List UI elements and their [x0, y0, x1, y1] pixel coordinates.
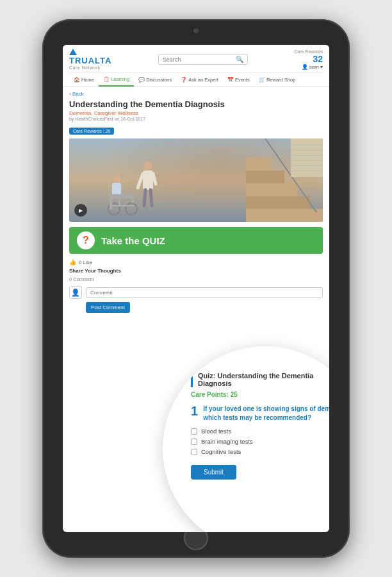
ask-expert-icon: ❓: [181, 77, 187, 83]
quiz-checkbox-3[interactable]: [191, 449, 197, 455]
share-section-label: Share Your Thoughts: [69, 268, 323, 274]
front-camera-icon: [193, 28, 199, 33]
like-label[interactable]: 0 Like: [79, 260, 92, 265]
svg-rect-25: [131, 197, 134, 203]
quiz-option-2[interactable]: Brain imaging tests: [191, 438, 329, 445]
svg-rect-1: [246, 196, 310, 209]
question-mark: ?: [83, 235, 89, 246]
svg-line-28: [118, 196, 120, 206]
quiz-checkbox-1[interactable]: [191, 428, 197, 435]
social-row: 👍 0 Like: [69, 259, 323, 265]
mountain-icon: [69, 49, 77, 55]
site-header: TRUALTA Care Network 🔍 Care Rewards 32 👤…: [63, 45, 329, 87]
svg-point-22: [126, 203, 137, 215]
quiz-question-row: 1 If your loved one is showing signs of …: [191, 405, 329, 422]
logo-text: TRUALTA: [69, 56, 111, 65]
svg-rect-2: [246, 183, 297, 196]
nav-reward-shop-label: Reward Shop: [266, 77, 295, 83]
quiz-option-1[interactable]: Blood tests: [191, 428, 329, 435]
play-button[interactable]: ▶: [74, 204, 87, 217]
user-info: 👤 sam ▾: [302, 64, 323, 70]
nav-item-learning[interactable]: 📋 Learning: [99, 73, 134, 87]
reward-shop-icon: 🛒: [259, 77, 265, 83]
svg-rect-4: [246, 158, 272, 171]
nav-learning-label: Learning: [111, 76, 129, 82]
svg-line-18: [151, 190, 152, 206]
logo-sub: Care Network: [69, 65, 101, 70]
svg-line-27: [111, 196, 112, 206]
care-rewards-label: Care Rewards: [294, 49, 323, 54]
user-label: sam: [309, 64, 319, 70]
quiz-option-3[interactable]: Cognitive tests: [191, 448, 329, 455]
svg-point-19: [113, 175, 121, 183]
nav-events-label: Events: [235, 77, 250, 83]
site-nav: 🏠 Home 📋 Learning 💬 Discussions ❓ Ask an…: [69, 72, 323, 87]
quiz-overlay: Quiz: Understanding the Dementia Diagnos…: [163, 346, 329, 532]
svg-line-17: [144, 190, 145, 206]
staircase-graphic: [246, 138, 323, 222]
quiz-bar-label: Take the QUIZ: [101, 235, 165, 246]
comment-count: 0 Comment: [69, 276, 323, 282]
svg-line-16: [153, 174, 156, 184]
quiz-option-2-label: Brain imaging tests: [201, 438, 253, 445]
svg-rect-6: [291, 138, 323, 177]
quiz-question-number: 1: [191, 405, 198, 422]
caregiver-figure: [136, 161, 159, 209]
quiz-option-3-label: Cognitive tests: [201, 448, 241, 455]
nav-ask-expert-label: Ask an Expert: [188, 77, 218, 83]
quiz-options: Blood tests Brain imaging tests Cognitiv…: [191, 428, 329, 458]
logo-area: TRUALTA Care Network: [69, 49, 111, 70]
user-icon: 👤: [302, 64, 308, 70]
nav-item-reward-shop[interactable]: 🛒 Reward Shop: [254, 73, 300, 87]
search-input[interactable]: [163, 56, 236, 63]
quiz-checkbox-2[interactable]: [191, 439, 197, 445]
nav-discussions-label: Discussions: [146, 77, 172, 83]
care-badge: Care Rewards : 20: [69, 128, 114, 135]
nav-home-label: Home: [81, 77, 94, 83]
learning-icon: 📋: [103, 76, 110, 82]
like-icon[interactable]: 👍: [69, 259, 76, 265]
nav-item-ask-expert[interactable]: ❓ Ask an Expert: [176, 73, 223, 87]
comment-row: 👤: [69, 286, 323, 299]
quiz-care-points: Care Points: 25: [191, 391, 329, 398]
content-area: ‹ Back Understanding the Dementia Diagno…: [63, 87, 329, 317]
events-icon: 📅: [227, 77, 234, 83]
comment-input[interactable]: [86, 287, 323, 298]
search-icon[interactable]: 🔍: [236, 56, 243, 63]
breadcrumb[interactable]: ‹ Back: [69, 91, 323, 97]
header-top: TRUALTA Care Network 🔍 Care Rewards 32 👤…: [69, 49, 323, 70]
nav-item-home[interactable]: 🏠 Home: [69, 73, 99, 87]
quiz-question-icon: ?: [77, 231, 95, 249]
svg-rect-3: [246, 171, 284, 183]
search-bar[interactable]: 🔍: [158, 54, 248, 65]
tablet-shell: TRUALTA Care Network 🔍 Care Rewards 32 👤…: [42, 19, 350, 558]
svg-point-13: [143, 162, 152, 171]
article-tags: Dementia, Caregiver Wellness: [69, 110, 323, 116]
discussions-icon: 💬: [138, 77, 145, 83]
svg-rect-0: [246, 209, 323, 222]
user-avatar-icon: 👤: [69, 286, 82, 299]
patient-wheelchair-figure: [104, 174, 140, 215]
post-comment-button[interactable]: Post Comment: [86, 302, 130, 313]
article-meta: by HealthChoicesFirst on 16-Oct-2017: [69, 117, 323, 121]
page-title: Understanding the Dementia Diagnosis: [69, 99, 323, 109]
chevron-down-icon: ▾: [320, 64, 323, 70]
quiz-bar[interactable]: ? Take the QUIZ: [69, 227, 323, 254]
svg-rect-23: [110, 194, 134, 198]
quiz-option-1-label: Blood tests: [201, 428, 231, 435]
header-right: Care Rewards 32 👤 sam ▾: [294, 49, 323, 70]
nav-item-discussions[interactable]: 💬 Discussions: [134, 73, 176, 87]
quiz-submit-button[interactable]: Submit: [191, 465, 236, 480]
tablet-screen: TRUALTA Care Network 🔍 Care Rewards 32 👤…: [63, 45, 329, 532]
quiz-overlay-title: Quiz: Understanding the Dementia Diagnos…: [191, 372, 329, 387]
quiz-question-text: If your loved one is showing signs of de…: [203, 405, 329, 422]
video-thumbnail[interactable]: ▶: [69, 138, 323, 222]
home-icon: 🏠: [74, 77, 80, 83]
care-rewards-number: 32: [313, 54, 323, 64]
nav-item-events[interactable]: 📅 Events: [223, 73, 254, 87]
